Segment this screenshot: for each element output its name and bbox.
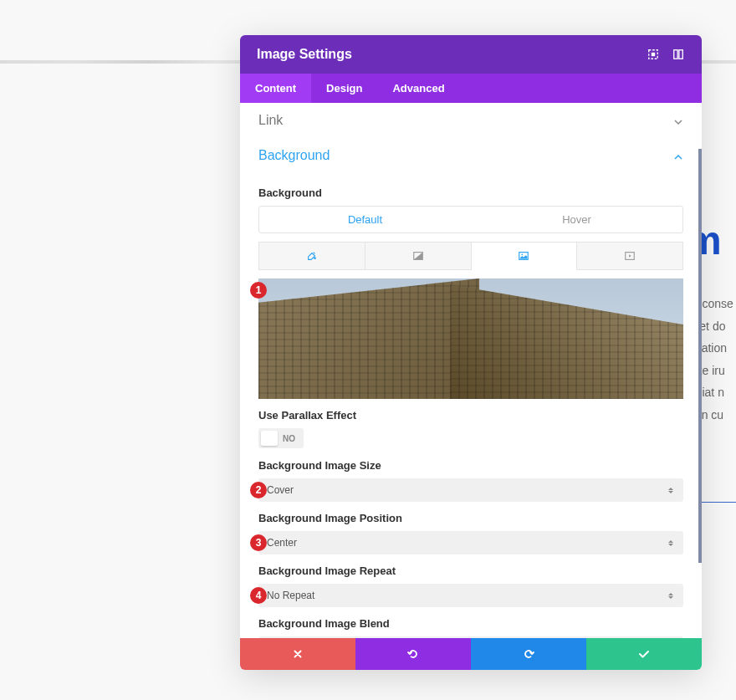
annotation-badge-3: 3 [250,534,267,551]
select-arrows-icon [667,590,675,601]
repeat-select[interactable]: No Repeat [258,584,683,607]
toggle-knob [261,431,278,446]
toggle-hover[interactable]: Hover [471,207,682,232]
modal-footer [240,638,702,670]
chevron-up-icon [673,151,683,161]
annotation-badge-4: 4 [250,587,267,604]
section-link-label: Link [258,113,673,128]
select-arrows-icon [667,485,675,496]
section-background[interactable]: Background [240,138,702,173]
repeat-label: Background Image Repeat [258,565,683,577]
columns-icon[interactable] [672,48,685,61]
select-arrows-icon [667,538,675,549]
tab-advanced[interactable]: Advanced [377,74,459,103]
modal-tabs: Content Design Advanced [240,74,702,103]
confirm-button[interactable] [586,638,702,670]
svg-rect-1 [652,53,655,56]
position-select-wrap: 3 Center [258,531,683,554]
svg-point-7 [522,253,524,255]
modal-body: Link Background Background Default Hover [240,103,702,638]
section-background-body: Background Default Hover [240,173,702,638]
undo-button[interactable] [355,638,471,670]
size-value: Cover [267,484,667,496]
repeat-select-wrap: 4 No Repeat [258,584,683,607]
size-select[interactable]: Cover [258,478,683,502]
repeat-value: No Repeat [267,590,667,601]
chevron-down-icon [673,115,683,125]
blend-label: Background Image Blend [258,617,683,630]
parallax-toggle[interactable]: NO [258,428,304,448]
background-type-tabs [258,242,683,270]
svg-point-4 [314,257,316,259]
svg-rect-2 [674,50,677,59]
size-select-wrap: 2 Cover [258,478,683,502]
size-label: Background Image Size [258,459,683,472]
position-value: Center [267,537,667,549]
section-link[interactable]: Link [240,103,702,138]
position-select[interactable]: Center [258,531,683,554]
annotation-badge-2: 2 [250,482,267,498]
background-field-label: Background [258,186,683,199]
svg-rect-3 [679,50,682,59]
bg-type-color[interactable] [258,242,365,270]
tab-content[interactable]: Content [240,74,311,103]
section-background-label: Background [258,148,673,163]
toggle-default[interactable]: Default [259,207,471,232]
image-settings-modal: Image Settings Content Design Advanced L… [240,35,702,670]
background-image-preview[interactable] [258,278,683,399]
position-label: Background Image Position [258,512,683,524]
redo-button[interactable] [471,638,586,670]
tab-design[interactable]: Design [311,74,377,103]
annotation-badge-1: 1 [250,282,267,299]
cancel-button[interactable] [240,638,355,670]
blend-select-wrap: 5 Soft Light [258,636,683,638]
parallax-value: NO [283,434,295,443]
blend-select[interactable]: Soft Light [258,636,683,638]
scrollbar[interactable] [698,149,702,563]
modal-header: Image Settings [240,35,702,74]
modal-title: Image Settings [257,47,635,62]
parallax-label: Use Parallax Effect [258,409,683,422]
default-hover-toggle: Default Hover [258,206,683,233]
bg-type-image[interactable] [472,242,578,270]
bg-type-video[interactable] [577,242,683,270]
bg-type-gradient[interactable] [365,242,472,270]
expand-icon[interactable] [647,48,660,61]
preview-building [258,278,683,399]
